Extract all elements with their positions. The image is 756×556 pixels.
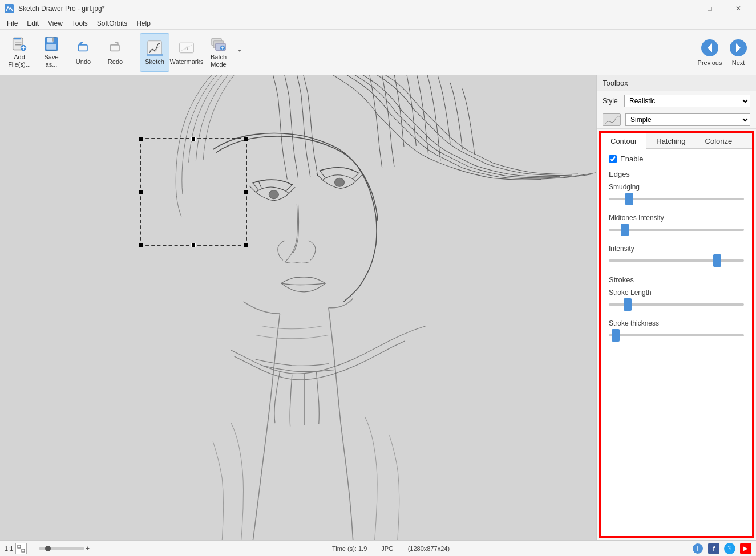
- zoom-display: 1:1: [5, 543, 27, 554]
- twitter-icon: 𝕏: [724, 543, 735, 554]
- status-bar: 1:1 – + Time (s): 1.9 JPG (1280x877x24) …: [0, 540, 756, 556]
- style-row: Style Realistic Cartoon Pencil Color: [597, 91, 756, 111]
- intensity-group: Intensity: [609, 245, 744, 266]
- style-label: Style: [603, 97, 620, 105]
- close-button[interactable]: ✕: [725, 0, 751, 17]
- smudging-bg: [609, 198, 744, 200]
- stroke-thickness-group: Stroke thickness: [609, 319, 744, 341]
- zoom-fit-button[interactable]: [15, 543, 27, 554]
- strokes-section-header: Strokes: [609, 275, 744, 284]
- stroke-thickness-bg: [609, 334, 744, 336]
- info-icon: i: [693, 543, 703, 554]
- next-button[interactable]: Next: [725, 33, 751, 72]
- zoom-plus[interactable]: +: [86, 545, 90, 553]
- stroke-length-bg: [609, 303, 744, 306]
- nav-arrows: Previous Next: [697, 30, 751, 75]
- menu-file[interactable]: File: [2, 17, 22, 30]
- status-time: Time (s): 1.9: [332, 545, 367, 552]
- title-bar: Sketch Drawer Pro - girl.jpg* — □ ✕: [0, 0, 756, 17]
- undo-button[interactable]: Undo: [68, 33, 98, 72]
- zoom-minus[interactable]: –: [34, 545, 38, 553]
- add-files-label: AddFile(s)...: [8, 54, 31, 68]
- app-title: Sketch Drawer Pro - girl.jpg*: [18, 5, 664, 13]
- enable-checkbox[interactable]: [609, 155, 617, 163]
- twitter-button[interactable]: 𝕏: [724, 543, 735, 554]
- youtube-button[interactable]: ▶: [740, 543, 751, 554]
- maximize-button[interactable]: □: [697, 0, 723, 17]
- status-sep-2: [401, 544, 401, 553]
- menu-tools[interactable]: Tools: [67, 17, 92, 30]
- zoom-track[interactable]: [39, 547, 84, 550]
- redo-button[interactable]: Redo: [100, 33, 130, 72]
- toolbar-dropdown-arrow[interactable]: [237, 47, 242, 58]
- tab-contour[interactable]: Contour: [601, 133, 646, 149]
- tab-hatching[interactable]: Hatching: [646, 133, 695, 149]
- edges-section-header: Edges: [609, 170, 744, 178]
- svg-rect-32: [22, 549, 25, 552]
- menu-view[interactable]: View: [43, 17, 67, 30]
- svg-rect-27: [0, 75, 596, 540]
- status-format: JPG: [381, 545, 393, 552]
- toolbar: AddFile(s)... Saveas... Undo: [0, 30, 756, 75]
- toolbar-separator-1: [135, 35, 135, 70]
- midtones-track: [609, 224, 744, 236]
- svg-rect-2: [14, 38, 21, 40]
- smudging-group: Smudging: [609, 183, 744, 205]
- toolbox-panel: Toolbox Style Realistic Cartoon Pencil C…: [596, 75, 756, 540]
- stroke-length-label: Stroke Length: [609, 289, 744, 297]
- app-icon: [5, 4, 14, 13]
- svg-marker-22: [238, 50, 241, 52]
- midtones-bg: [609, 229, 744, 231]
- facebook-icon: f: [708, 543, 719, 554]
- svg-point-29: [334, 178, 344, 186]
- window-controls: — □ ✕: [668, 0, 751, 17]
- menu-bar: File Edit View Tools SoftOrbits Help: [0, 17, 756, 30]
- intensity-bg: [609, 259, 744, 262]
- watermarks-label: Watermarks: [170, 58, 204, 66]
- sketch-icon: [145, 39, 164, 57]
- save-as-button[interactable]: Saveas...: [37, 33, 66, 72]
- main-content: Toolbox Style Realistic Cartoon Pencil C…: [0, 75, 756, 540]
- enable-label[interactable]: Enable: [620, 155, 643, 163]
- svg-rect-13: [147, 54, 163, 56]
- svg-rect-10: [46, 44, 56, 50]
- redo-icon: [106, 39, 124, 57]
- batch-mode-label: BatchMode: [211, 54, 227, 68]
- toolbox-header: Toolbox: [597, 75, 756, 91]
- add-files-button[interactable]: AddFile(s)...: [5, 33, 34, 72]
- save-as-label: Saveas...: [44, 54, 58, 68]
- menu-edit[interactable]: Edit: [22, 17, 43, 30]
- previous-icon: [701, 39, 719, 57]
- next-label: Next: [732, 59, 745, 66]
- menu-softorbits[interactable]: SoftOrbits: [92, 17, 132, 30]
- info-button[interactable]: i: [692, 543, 704, 554]
- facebook-button[interactable]: f: [708, 543, 719, 554]
- sketch-label: Sketch: [145, 58, 164, 66]
- intensity-label: Intensity: [609, 245, 744, 253]
- sketch-button[interactable]: Sketch: [140, 33, 169, 72]
- zoom-thumb[interactable]: [45, 546, 51, 551]
- svg-rect-11: [52, 38, 54, 42]
- next-icon: [729, 39, 747, 57]
- toolbox-content: Contour Hatching Colorize Enable Edges S…: [599, 131, 754, 538]
- midtones-label: Midtones Intensity: [609, 214, 744, 222]
- batch-mode-icon: [209, 36, 228, 53]
- preset-select[interactable]: Simple Detailed Portrait Landscape: [625, 113, 750, 126]
- youtube-icon: ▶: [740, 543, 751, 554]
- status-sep-1: [374, 544, 374, 553]
- menu-help[interactable]: Help: [132, 17, 155, 30]
- tab-colorize[interactable]: Colorize: [696, 133, 742, 149]
- stroke-thickness-track: [609, 330, 744, 341]
- style-select[interactable]: Realistic Cartoon Pencil Color: [624, 95, 750, 107]
- batch-mode-button[interactable]: BatchMode: [204, 33, 233, 72]
- undo-icon: [74, 39, 92, 57]
- enable-row: Enable: [609, 155, 744, 163]
- previous-button[interactable]: Previous: [697, 33, 723, 72]
- tab-content: Enable Edges Smudging Midton: [601, 149, 752, 356]
- minimize-button[interactable]: —: [668, 0, 694, 17]
- undo-label: Undo: [76, 58, 91, 66]
- watermarks-button[interactable]: A Watermarks: [172, 33, 201, 72]
- watermarks-icon: A: [177, 39, 196, 57]
- intensity-track: [609, 255, 744, 266]
- canvas-area[interactable]: [0, 75, 596, 540]
